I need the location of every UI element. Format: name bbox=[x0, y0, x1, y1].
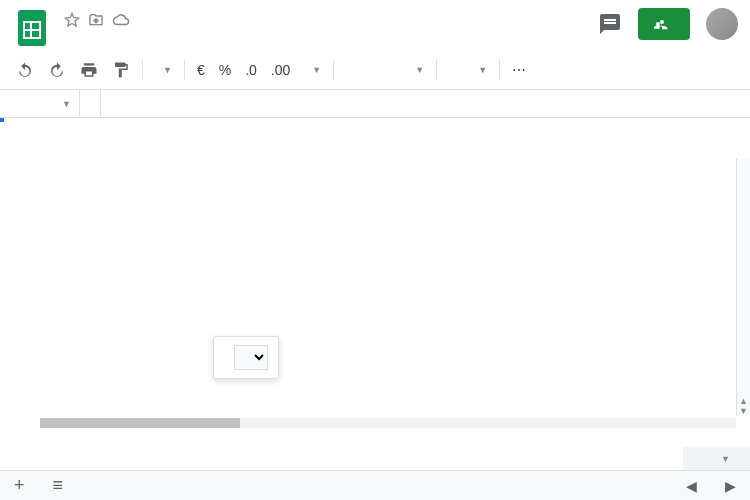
star-icon[interactable] bbox=[64, 12, 80, 28]
separator-popup bbox=[213, 336, 279, 379]
share-button[interactable] bbox=[638, 8, 690, 40]
format-selector[interactable]: ▼ bbox=[298, 60, 327, 80]
redo-button[interactable] bbox=[42, 56, 72, 84]
dec-increase-button[interactable]: .00 bbox=[265, 57, 296, 83]
undo-button[interactable] bbox=[10, 56, 40, 84]
separator-select[interactable] bbox=[234, 345, 268, 370]
sheets-logo[interactable] bbox=[12, 8, 52, 48]
currency-button[interactable]: € bbox=[191, 57, 211, 83]
cloud-icon[interactable] bbox=[112, 13, 130, 27]
name-box[interactable]: ▼ bbox=[0, 90, 80, 117]
status-bar[interactable]: ▼ bbox=[683, 447, 750, 470]
percent-button[interactable]: % bbox=[213, 57, 237, 83]
vertical-scrollbar[interactable]: ▲▼ bbox=[736, 158, 750, 416]
tab-nav-left[interactable]: ◀ bbox=[672, 478, 711, 494]
move-icon[interactable] bbox=[88, 12, 104, 28]
horizontal-scrollbar[interactable] bbox=[40, 418, 736, 428]
comments-icon[interactable] bbox=[598, 12, 622, 36]
zoom-selector[interactable]: ▼ bbox=[149, 60, 178, 80]
font-size-selector[interactable]: ▼ bbox=[443, 60, 493, 80]
tab-nav-right[interactable]: ▶ bbox=[711, 478, 750, 494]
font-selector[interactable]: ▼ bbox=[340, 60, 430, 80]
add-sheet-button[interactable]: + bbox=[0, 471, 39, 500]
print-button[interactable] bbox=[74, 56, 104, 84]
fx-label bbox=[80, 90, 101, 117]
paint-format-button[interactable] bbox=[106, 56, 136, 84]
avatar[interactable] bbox=[706, 8, 738, 40]
all-sheets-button[interactable]: ≡ bbox=[39, 471, 78, 500]
info-bar bbox=[0, 440, 750, 444]
more-toolbar-button[interactable]: ⋯ bbox=[506, 57, 532, 83]
toolbar: ▼ € % .0 .00 ▼ ▼ ▼ ⋯ bbox=[0, 50, 750, 90]
dec-decrease-button[interactable]: .0 bbox=[239, 57, 263, 83]
